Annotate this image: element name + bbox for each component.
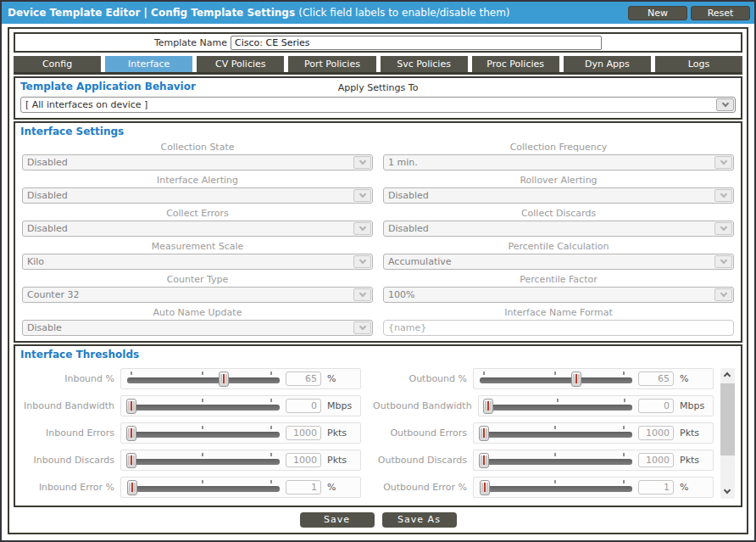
threshold-row-inbound-errors: Inbound Errors 1000 Pkts: [20, 422, 361, 444]
threshold-label[interactable]: Inbound %: [20, 373, 120, 384]
save-button[interactable]: Save: [300, 512, 375, 528]
scroll-up-button[interactable]: [720, 368, 735, 382]
slider-track: [127, 432, 280, 438]
threshold-value-input[interactable]: 0: [286, 399, 321, 413]
threshold-label[interactable]: Outbound Bandwidth: [373, 400, 478, 411]
tab-logs[interactable]: Logs: [655, 56, 742, 72]
threshold-label[interactable]: Inbound Error %: [20, 482, 120, 493]
slider-handle[interactable]: [219, 372, 229, 387]
threshold-box: 1000 Pkts: [473, 450, 714, 471]
scrollbar-thumb[interactable]: [720, 383, 735, 455]
field-label[interactable]: Interface Name Format: [383, 307, 734, 320]
chevron-down-icon: [353, 189, 371, 202]
tab-port-policies[interactable]: Port Policies: [288, 56, 375, 72]
apply-settings-to-select[interactable]: [ All interfaces on device ]: [20, 97, 736, 113]
threshold-value-input[interactable]: 1000: [638, 453, 674, 467]
slider-tick: [554, 453, 556, 456]
slider-handle[interactable]: [127, 480, 137, 495]
threshold-row-inbound-error: Inbound Error % 1 %: [20, 476, 361, 498]
field-label[interactable]: Percentile Factor: [383, 274, 734, 287]
field-label[interactable]: Auto Name Update: [22, 307, 373, 320]
threshold-value-input[interactable]: 1000: [286, 426, 321, 440]
slider-handle-stripe: [483, 428, 485, 438]
slider-handle[interactable]: [479, 453, 489, 468]
select-counter-type: Counter 32: [22, 287, 373, 303]
tab-cv-policies[interactable]: CV Policies: [197, 56, 284, 72]
template-name-input[interactable]: [231, 36, 602, 50]
tab-svc-policies[interactable]: Svc Policies: [381, 56, 468, 72]
threshold-slider[interactable]: [127, 424, 280, 442]
slider-handle[interactable]: [571, 372, 581, 387]
threshold-slider[interactable]: [127, 370, 280, 388]
slider-tick: [202, 426, 203, 429]
template-name-label[interactable]: Template Name: [154, 37, 227, 48]
apply-settings-to-label[interactable]: Apply Settings To: [20, 82, 736, 93]
threshold-value-input[interactable]: 1000: [638, 426, 674, 440]
threshold-box: 65 %: [120, 368, 361, 389]
field-label[interactable]: Collection Frequency: [383, 142, 734, 154]
slider-handle[interactable]: [483, 399, 493, 414]
settings-grid: Collection State Disabled Collection Fre…: [20, 140, 736, 336]
threshold-slider[interactable]: [480, 478, 632, 496]
tab-interface[interactable]: Interface: [105, 56, 192, 72]
slider-track: [127, 377, 280, 383]
threshold-value-input[interactable]: 1: [638, 480, 674, 495]
slider-handle[interactable]: [126, 453, 136, 468]
threshold-label[interactable]: Outbound Error %: [373, 482, 473, 493]
threshold-value-input[interactable]: 1: [286, 480, 321, 495]
scroll-down-button[interactable]: [720, 485, 735, 499]
threshold-unit: Pkts: [680, 427, 707, 439]
slider-tick: [270, 480, 272, 483]
new-button[interactable]: New: [628, 6, 687, 20]
threshold-slider[interactable]: [480, 451, 632, 469]
threshold-label[interactable]: Inbound Bandwidth: [20, 400, 120, 411]
slider-tick: [554, 480, 556, 483]
threshold-slider[interactable]: [127, 397, 280, 415]
threshold-row-inbound-discards: Inbound Discards 1000 Pkts: [20, 449, 361, 471]
slider-track: [127, 486, 280, 492]
field-label[interactable]: Collect Errors: [22, 208, 373, 221]
threshold-value-input[interactable]: 65: [638, 372, 674, 386]
slider-handle-stripe: [131, 401, 132, 411]
field-label[interactable]: Rollover Alerting: [383, 175, 734, 187]
threshold-label[interactable]: Outbound Discards: [373, 455, 473, 466]
field-label[interactable]: Collection State: [22, 142, 373, 154]
threshold-value-input[interactable]: 1000: [286, 453, 321, 467]
slider-handle[interactable]: [480, 480, 490, 495]
field-label[interactable]: Interface Alerting: [22, 175, 373, 187]
tab-dyn-apps[interactable]: Dyn Apps: [564, 56, 651, 72]
application-behavior-panel: Template Application Behavior Apply Sett…: [14, 76, 742, 120]
threshold-unit: Pkts: [327, 455, 354, 466]
field-label[interactable]: Counter Type: [22, 274, 373, 287]
settings-field-collect-discards: Collect Discards Disabled: [383, 208, 734, 237]
threshold-row-outbound: Outbound % 65 %: [373, 367, 714, 389]
threshold-value-input[interactable]: 0: [638, 399, 674, 413]
field-label[interactable]: Collect Discards: [383, 208, 734, 221]
field-label[interactable]: Measurement Scale: [22, 241, 373, 254]
slider-handle[interactable]: [126, 426, 136, 441]
threshold-value-input[interactable]: 65: [286, 372, 321, 386]
slider-handle[interactable]: [126, 399, 136, 414]
threshold-unit: %: [680, 482, 707, 493]
threshold-unit: %: [327, 482, 354, 493]
save-as-button[interactable]: Save As: [382, 512, 457, 528]
threshold-slider[interactable]: [127, 451, 280, 469]
title-bar: Device Template Editor | Config Template…: [2, 2, 754, 24]
threshold-slider[interactable]: [485, 397, 632, 415]
select-measurement-scale: Kilo: [22, 254, 373, 270]
scrollbar[interactable]: [720, 368, 735, 499]
reset-button[interactable]: Reset: [691, 6, 750, 20]
tab-proc-policies[interactable]: Proc Policies: [472, 56, 559, 72]
slider-tick: [270, 399, 272, 402]
threshold-label[interactable]: Inbound Discards: [20, 455, 120, 466]
field-label[interactable]: Percentile Calculation: [383, 241, 734, 254]
threshold-label[interactable]: Outbound %: [373, 373, 473, 384]
slider-handle[interactable]: [479, 426, 489, 441]
threshold-label[interactable]: Inbound Errors: [20, 427, 120, 439]
threshold-slider[interactable]: [480, 424, 632, 442]
threshold-slider[interactable]: [127, 478, 280, 496]
threshold-label[interactable]: Outbound Errors: [373, 427, 473, 439]
settings-field-auto-name-update: Auto Name Update Disable: [22, 307, 373, 336]
threshold-slider[interactable]: [480, 370, 632, 388]
tab-config[interactable]: Config: [14, 56, 101, 72]
